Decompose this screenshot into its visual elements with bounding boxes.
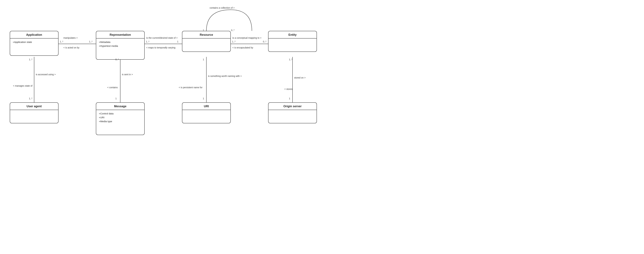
mult-entity-os-top: 1..* — [289, 58, 292, 61]
user-agent-body — [10, 110, 58, 113]
resource-class: Resource — [182, 31, 231, 52]
label-current-state: is the current/desired state of > — [146, 36, 178, 39]
user-agent-title: User agent — [10, 103, 58, 110]
mult-app-ua-top: 1..* — [29, 58, 32, 61]
mult-self-loop-left: 1 — [203, 29, 204, 32]
entity-title: Entity — [268, 31, 316, 38]
mult-entity-os-bottom: 1 — [289, 97, 290, 100]
representation-class: Representation +Metadata+Hypertext media — [96, 31, 145, 60]
application-body: +Application state — [10, 38, 58, 46]
mult-res-uri-bottom: 1 — [203, 97, 204, 100]
entity-class: Entity — [268, 31, 317, 52]
label-stores: < stores — [284, 88, 292, 90]
representation-body: +Metadata+Hypertext media — [96, 38, 144, 50]
message-title: Message — [96, 103, 144, 110]
resource-title: Resource — [182, 31, 230, 38]
resource-body — [182, 38, 230, 42]
entity-body — [268, 38, 316, 42]
mult-rep-msg-top: 0..* — [116, 58, 119, 61]
uri-body — [182, 110, 230, 113]
diagram-container: Application +Application state Represent… — [0, 0, 644, 254]
application-title: Application — [10, 31, 58, 38]
origin-server-body — [268, 110, 316, 113]
mult-res-entity-left: 1..* — [232, 40, 236, 43]
mult-self-loop-right: 0..* — [231, 29, 234, 32]
mult-app-ua-bottom: 1..* — [29, 97, 32, 100]
mult-rep-res-left: 1..* — [146, 40, 149, 43]
mult-app-rep-left: 1..* — [60, 40, 63, 43]
label-acted-on: < is acted on by — [64, 46, 79, 49]
uri-class: URI — [182, 102, 231, 123]
message-class: Message +Control data+URI+Media type — [96, 102, 145, 135]
mult-rep-res-right: 1 — [177, 40, 178, 43]
origin-server-class: Origin server — [268, 102, 317, 123]
label-conceptual-mapping: is a conceptual mapping to > — [232, 36, 262, 39]
label-maps-temporally: < maps to temporally varying — [146, 46, 175, 49]
mult-res-uri-top: 1 — [203, 58, 204, 61]
label-persistent-name: < is persistent name for — [179, 86, 202, 89]
label-encapsulated: < is encapsulated by — [232, 46, 253, 49]
message-body: +Control data+URI+Media type — [96, 110, 144, 125]
origin-server-title: Origin server — [268, 103, 316, 110]
mult-res-entity-right: 0..* — [263, 40, 266, 43]
mult-app-rep-right: 1..* — [89, 40, 92, 43]
label-sent-in: is sent in > — [122, 73, 133, 76]
mult-rep-msg-bottom: 1 — [116, 97, 117, 100]
representation-title: Representation — [96, 31, 144, 38]
label-manages-state: < manages state of — [13, 84, 32, 87]
uri-title: URI — [182, 103, 230, 110]
application-class: Application +Application state — [10, 31, 58, 56]
user-agent-class: User agent — [10, 102, 58, 123]
label-naming: is something worth naming with > — [208, 75, 242, 77]
label-manipulates: manipulates > — [64, 36, 78, 39]
label-stored-on: stored on > — [294, 76, 306, 79]
label-contains: < contains — [107, 86, 118, 89]
label-accessed-using: is accessed using > — [36, 73, 56, 76]
label-contains-collection: contains a collection of > — [210, 6, 235, 9]
